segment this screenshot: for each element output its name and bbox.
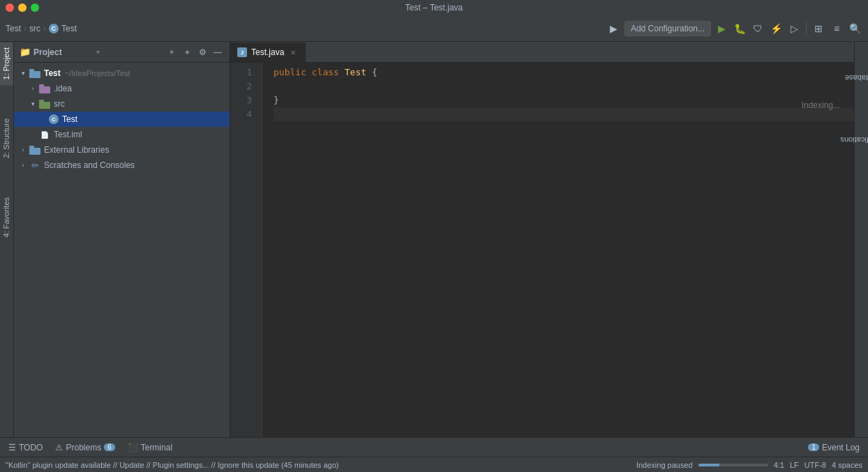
minimize-button[interactable] — [18, 3, 27, 12]
tree-label-iml: Test.iml — [54, 130, 82, 139]
svg-rect-0 — [29, 71, 40, 78]
sidebar-item-project[interactable]: 1: Project — [0, 42, 13, 85]
line-num-2: 2 — [230, 79, 255, 93]
tree-item-idea[interactable]: › .idea — [14, 81, 230, 96]
folder-icon-ext — [29, 146, 40, 155]
toolbar-right: ▶ Add Configuration... ▶ 🐛 🛡 ⚡ ▷ ⊞ ≡ 🔍 — [606, 21, 862, 36]
add-configuration-button[interactable]: Add Configuration... — [624, 21, 711, 36]
tree-label-ext: External Libraries — [44, 145, 109, 155]
editor-area: J Test.java ✕ 1 2 3 4 public class Test … — [230, 42, 854, 437]
tree-item-root[interactable]: ▾ Test ~/IdeaProjects/Test — [14, 66, 230, 81]
breadcrumb-sep-2: › — [43, 24, 46, 33]
status-bar: "Kotlin" plugin update available // Upda… — [0, 457, 868, 472]
breadcrumb: Test › src › C Test — [6, 24, 604, 33]
close-button[interactable] — [6, 3, 14, 12]
tree-label-idea: .idea — [54, 84, 72, 93]
layout-button[interactable]: ⊞ — [811, 21, 826, 36]
tree-label-test-class: Test — [62, 114, 77, 124]
cursor-position[interactable]: 4:1 — [774, 461, 784, 469]
todo-label: TODO — [19, 443, 43, 452]
indent[interactable]: 4 spaces — [832, 461, 862, 469]
line-ending[interactable]: LF — [790, 461, 799, 469]
tree-arrow-scratch: › — [18, 160, 28, 170]
svg-rect-1 — [29, 69, 34, 72]
more-run-button[interactable]: ▷ — [786, 21, 802, 36]
indexing-label: Indexing... — [802, 100, 840, 110]
coverage-button[interactable]: 🛡 — [750, 21, 765, 36]
terminal-icon: ⬛ — [128, 443, 138, 452]
run-icon[interactable]: ▶ — [606, 21, 622, 36]
run-button[interactable]: ▶ — [714, 21, 729, 36]
breadcrumb-src[interactable]: src — [29, 24, 40, 33]
tree-detail-root: ~/IdeaProjects/Test — [65, 69, 130, 77]
status-right: Indexing paused 4:1 LF UTF-8 4 spaces — [636, 461, 862, 469]
breadcrumb-sep-1: › — [24, 24, 27, 33]
keyword-class: class — [312, 66, 345, 79]
todo-icon: ☰ — [8, 443, 16, 452]
breadcrumb-class-icon: C — [49, 24, 59, 33]
tree-item-test-class[interactable]: C Test — [14, 112, 230, 127]
tree-item-scratches[interactable]: › ✏ Scratches and Consoles — [14, 158, 230, 173]
project-panel: 📁 Project ▾ ＋ ⌖ ⚙ — ▾ Test ~/IdeaProject… — [14, 42, 230, 437]
left-sidebar: 1: Project 2: Structure 4: Favorites — [0, 42, 14, 437]
status-message[interactable]: "Kotlin" plugin update available // Upda… — [6, 461, 338, 469]
tree-label-root: Test — [44, 68, 61, 78]
window-controls[interactable] — [6, 3, 39, 12]
sidebar-item-structure[interactable]: 2: Structure — [0, 113, 13, 164]
folder-icon-root — [29, 69, 40, 78]
folder-icon-idea — [39, 84, 50, 93]
code-editor[interactable]: 1 2 3 4 public class Test { } — [230, 63, 854, 437]
scroll-from-source-icon[interactable]: ⌖ — [181, 46, 193, 59]
terminal-label: Terminal — [141, 443, 172, 452]
tree-arrow-empty — [38, 114, 47, 124]
code-content[interactable]: public class Test { } — [262, 63, 854, 437]
structure-button[interactable]: ≡ — [829, 21, 844, 36]
line-num-1: 1 — [230, 66, 255, 79]
tree-item-external-libs[interactable]: › External Libraries — [14, 142, 230, 158]
bottom-tab-event-log[interactable]: 1 Event Log — [802, 440, 865, 455]
svg-rect-4 — [39, 102, 50, 109]
tree-item-src[interactable]: ▾ src — [14, 96, 230, 112]
right-tab-database[interactable]: Database — [839, 71, 868, 84]
breadcrumb-class[interactable]: Test — [61, 24, 77, 33]
panel-settings-icon[interactable]: ⚙ — [196, 46, 209, 59]
collapse-icon[interactable]: — — [211, 46, 224, 59]
tab-label: Test.java — [251, 47, 284, 57]
breadcrumb-project[interactable]: Test — [6, 24, 21, 33]
event-log-badge: 1 — [808, 443, 819, 451]
sidebar-item-favorites[interactable]: 4: Favorites — [0, 192, 13, 243]
add-icon[interactable]: ＋ — [165, 46, 178, 59]
tree-item-test-iml[interactable]: 📄 Test.iml — [14, 127, 230, 142]
progress-fill — [698, 464, 719, 466]
svg-rect-7 — [29, 146, 34, 149]
window-title: Test – Test.java — [405, 3, 463, 13]
bottom-tab-todo[interactable]: ☰ TODO — [3, 440, 48, 455]
title-bar: Test – Test.java — [0, 0, 868, 15]
right-tab-notifications[interactable]: Notifications — [835, 134, 868, 147]
tab-java-icon: J — [237, 47, 247, 57]
line-numbers: 1 2 3 4 — [230, 63, 262, 437]
project-tree: ▾ Test ~/IdeaProjects/Test › .idea ▾ — [14, 63, 230, 437]
bottom-bar: ☰ TODO ⚠ Problems 6 ⬛ Terminal 1 Event L… — [0, 437, 868, 457]
keyword-public: public — [274, 66, 312, 79]
right-sidebar: Database Notifications — [854, 42, 868, 437]
maximize-button[interactable] — [31, 3, 39, 12]
bottom-tab-terminal[interactable]: ⬛ Terminal — [122, 440, 178, 455]
search-button[interactable]: 🔍 — [847, 21, 862, 36]
debug-button[interactable]: 🐛 — [732, 21, 747, 36]
profile-button[interactable]: ⚡ — [768, 21, 784, 36]
tab-test-java[interactable]: J Test.java ✕ — [230, 43, 306, 62]
code-line-4 — [274, 107, 854, 121]
tree-label-scratches: Scratches and Consoles — [44, 160, 135, 170]
problems-label: Problems — [66, 443, 101, 452]
toolbar-separator — [806, 22, 807, 36]
encoding[interactable]: UTF-8 — [805, 461, 826, 469]
scratch-icon: ✏ — [29, 160, 40, 170]
tab-close-button[interactable]: ✕ — [288, 47, 298, 57]
project-folder-icon: 📁 — [20, 47, 31, 57]
bottom-tab-problems[interactable]: ⚠ Problems 6 — [50, 440, 120, 455]
brace-open: { — [366, 66, 377, 79]
svg-rect-6 — [29, 148, 40, 155]
code-line-1: public class Test { — [274, 66, 854, 79]
folder-icon-src — [39, 100, 50, 109]
